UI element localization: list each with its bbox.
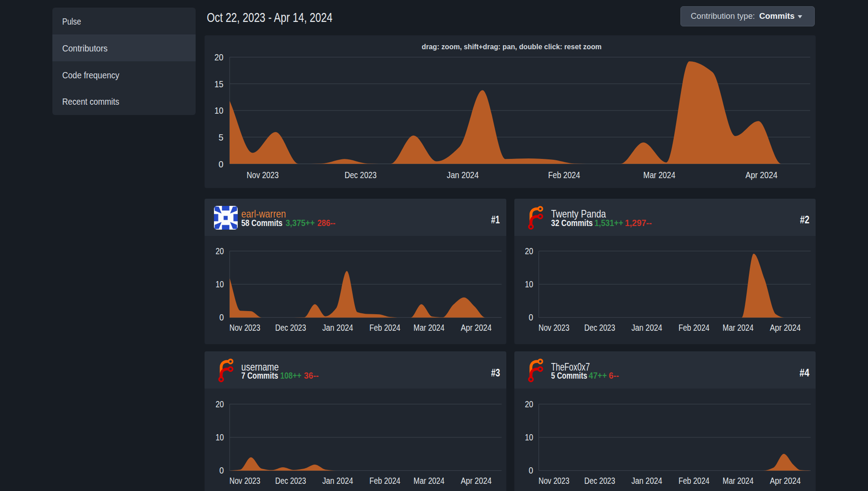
svg-text:Feb 2024: Feb 2024 [679,323,710,333]
svg-text:Nov 2023: Nov 2023 [247,170,279,180]
svg-text:0: 0 [529,312,533,322]
svg-text:5: 5 [218,132,223,142]
svg-text:0: 0 [529,465,533,475]
svg-text:Feb 2024: Feb 2024 [369,476,400,486]
svg-text:10: 10 [215,279,224,289]
svg-text:Mar 2024: Mar 2024 [723,476,753,486]
svg-text:Mar 2024: Mar 2024 [414,476,445,486]
svg-text:15: 15 [214,79,223,89]
svg-text:10: 10 [525,432,533,442]
svg-text:Feb 2024: Feb 2024 [548,170,580,180]
svg-text:20: 20 [525,246,533,256]
svg-text:Jan 2024: Jan 2024 [322,476,353,486]
svg-text:Dec 2023: Dec 2023 [275,323,306,333]
svg-text:Dec 2023: Dec 2023 [345,170,377,180]
svg-text:10: 10 [215,432,224,442]
svg-text:Apr 2024: Apr 2024 [770,323,801,333]
svg-text:Jan 2024: Jan 2024 [322,323,353,333]
svg-text:0: 0 [218,159,223,169]
svg-text:Feb 2024: Feb 2024 [679,476,710,486]
svg-text:Nov 2023: Nov 2023 [230,323,261,333]
svg-text:Dec 2023: Dec 2023 [584,476,615,486]
svg-text:Apr 2024: Apr 2024 [745,170,778,180]
svg-text:10: 10 [525,279,533,289]
svg-text:Mar 2024: Mar 2024 [414,323,445,333]
svg-text:Dec 2023: Dec 2023 [584,323,615,333]
svg-text:10: 10 [214,105,223,115]
svg-text:Jan 2024: Jan 2024 [447,170,479,180]
svg-text:Mar 2024: Mar 2024 [643,170,676,180]
svg-text:Nov 2023: Nov 2023 [539,476,569,486]
svg-text:Nov 2023: Nov 2023 [539,323,569,333]
svg-text:Apr 2024: Apr 2024 [770,476,801,486]
svg-text:Dec 2023: Dec 2023 [275,476,306,486]
svg-text:Feb 2024: Feb 2024 [369,323,400,333]
svg-text:Apr 2024: Apr 2024 [461,476,492,486]
svg-text:Nov 2023: Nov 2023 [230,476,261,486]
svg-text:0: 0 [219,312,224,322]
svg-text:0: 0 [219,465,224,475]
svg-text:20: 20 [525,399,533,409]
svg-text:Apr 2024: Apr 2024 [461,323,492,333]
svg-text:20: 20 [214,52,223,62]
svg-text:Jan 2024: Jan 2024 [631,323,662,333]
svg-text:Jan 2024: Jan 2024 [631,476,662,486]
svg-text:20: 20 [215,399,224,409]
svg-text:Mar 2024: Mar 2024 [723,323,753,333]
svg-text:20: 20 [215,246,224,256]
